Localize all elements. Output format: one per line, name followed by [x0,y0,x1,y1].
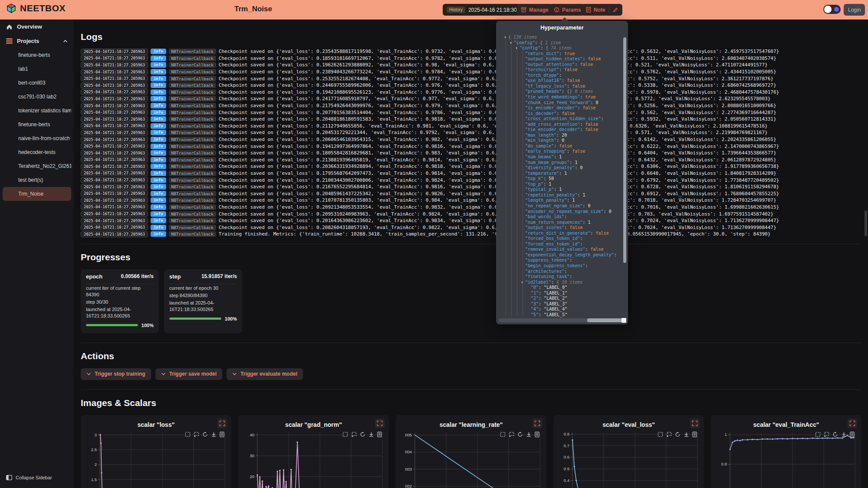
json-tree-row[interactable]: "return_dict": true [499,51,622,57]
log-row[interactable]: 2025-04-16T21:18:27.205963infoNBTrainerC… [81,109,861,116]
log-row[interactable]: 2025-04-16T21:18:27.205963infoNBTrainerC… [81,231,861,238]
lasso-select-icon[interactable] [351,432,357,437]
json-tree-row[interactable]: "forced_eos_token_id": [499,242,622,247]
sidebar-item-project[interactable]: lab1 [3,62,71,76]
json-tree-row[interactable]: "output_hidden_states": false [499,56,622,62]
chart-canvas[interactable]: 0.80.70.60.50.40.30.2 [558,432,700,488]
log-row[interactable]: 2025-04-16T21:18:27.205963infoNBTrainerC… [81,163,861,170]
caret-down-icon[interactable]: ▾ [521,280,525,285]
log-row[interactable]: 2025-04-16T21:18:27.205963infoNBTrainerC… [81,102,861,109]
trigger-action-button[interactable]: Trigger save model [155,368,222,380]
popup-vertical-scrollbar[interactable] [623,37,626,263]
chart-canvas[interactable]: 32.521.510.5 [85,432,227,488]
download-icon[interactable] [684,432,689,437]
json-tree-row[interactable]: "top_p": 1 [499,182,622,187]
json-tree-row[interactable]: "remove_invalid_values": false [499,247,622,252]
note-button-group[interactable]: Note [582,4,622,16]
log-row[interactable]: 2025-04-16T21:18:27.205963infoNBTrainerC… [81,129,861,136]
json-tree-row[interactable]: "early_stopping": false [499,149,622,154]
json-tree[interactable]: ▾{ 130 items▾"config": { 1 item▾"config"… [499,35,622,318]
log-row[interactable]: 2025-04-16T21:18:27.205963infoNBTrainerC… [81,136,861,143]
download-icon[interactable] [526,432,532,437]
sidebar-item-project[interactable]: Trm_Noise [3,187,71,201]
json-tree-row[interactable]: "length_penalty": 1 [499,198,622,203]
log-row[interactable]: 2025-04-16T21:18:27.205963infoNBTrainerC… [81,89,861,96]
log-row[interactable]: 2025-04-16T21:18:27.205963infoNBTrainerC… [81,69,861,75]
json-tree-row[interactable]: "min_length": 0 [499,138,622,144]
data-file-icon[interactable] [377,432,382,437]
pencil-icon[interactable] [613,7,618,13]
log-row[interactable]: 2025-04-16T21:18:27.205963infoNBTrainerC… [81,123,861,130]
sidebar-item-project[interactable]: naive-llm-from-scratch [3,131,71,145]
sidebar-item-project[interactable]: test bert(s) [3,173,71,187]
sidebar-item-project[interactable]: tokenizer statistics llama... [3,104,71,118]
sidebar-item-project[interactable]: finetune-berts [3,48,71,62]
sidebar-item-project[interactable]: Terahertz_No22_Gl261_gl... [3,159,71,173]
log-row[interactable]: 2025-04-16T21:18:27.205963infoNBTrainerC… [81,95,861,102]
json-tree-row[interactable]: "bad_words_ids": [499,214,622,220]
log-row[interactable]: 2025-04-16T21:18:27.205963infoNBTrainerC… [81,75,861,82]
json-tree-row[interactable]: ▾"config": { 1 item [499,40,622,46]
json-tree-row[interactable]: "torch_dtype": [499,73,622,79]
log-row[interactable]: 2025-04-16T21:18:27.205963infoNBTrainerC… [81,82,861,89]
download-icon[interactable] [368,432,374,437]
page-scrollbar[interactable] [865,210,867,236]
log-row[interactable]: 2025-04-16T21:18:27.205963infoNBTrainerC… [81,170,861,177]
log-row[interactable]: 2025-04-16T21:18:27.205963infoNBTrainerC… [81,224,861,231]
params-button[interactable]: Params [549,4,585,16]
reset-view-icon[interactable] [675,432,681,437]
sidebar-item-overview[interactable]: Overview [0,20,74,34]
sidebar-item-projects[interactable]: Projects [0,34,74,48]
log-row[interactable]: 2025-04-16T21:18:27.205963infoNBTrainerC… [81,217,861,224]
log-row[interactable]: 2025-04-16T21:18:27.205963infoNBTrainerC… [81,190,861,197]
log-row[interactable]: 2025-04-16T21:18:27.205963infoNBTrainerC… [81,143,861,150]
history-dropdown[interactable]: History 2025-04-16 21:18:30 [443,4,528,16]
log-row[interactable]: 2025-04-16T21:18:27.205963infoNBTrainerC… [81,48,861,55]
sidebar-item-project[interactable]: csc791-030 lab2 [3,90,71,104]
log-list[interactable]: 2025-04-16T21:18:27.205963infoNBTrainerC… [81,48,861,238]
json-tree-row[interactable]: "tie_encoder_decoder": false [499,127,622,133]
sidebar-item-project[interactable]: finetune-berts [3,118,71,131]
sidebar-item-project[interactable]: bert-conll03 [3,76,71,90]
json-tree-row[interactable]: "max_length": 20 [499,133,622,138]
data-file-icon[interactable] [850,432,855,437]
json-tree-row[interactable]: "chunk_size_feed_forward": 0 [499,100,622,106]
popup-horizontal-scrollbar-thumb[interactable] [587,318,622,322]
json-tree-row[interactable]: "forced_bos_token_id": [499,236,622,242]
log-row[interactable]: 2025-04-16T21:18:27.205963infoNBTrainerC… [81,157,861,164]
json-tree-row[interactable]: "return_dict_in_generate": false [499,231,622,236]
box-select-icon[interactable] [185,432,191,437]
expand-chart-button[interactable] [690,419,700,428]
reset-view-icon[interactable] [517,432,523,437]
reset-view-icon[interactable] [360,432,365,437]
trigger-action-button[interactable]: Trigger stop training [81,368,151,380]
json-tree-row[interactable]: "output_attentions": false [499,62,622,68]
json-tree-row[interactable]: ▾"id2label": { 10 items [499,280,622,285]
json-tree-row[interactable]: "architectures": [499,269,622,275]
collapse-sidebar-button[interactable]: Collapse Sidebar [0,472,74,484]
json-tree-row[interactable]: ▾{ 130 items [499,35,622,40]
json-tree-row[interactable]: "is_decoder": false [499,111,622,117]
expand-chart-button[interactable] [533,419,542,428]
lasso-select-icon[interactable] [194,432,199,437]
reset-view-icon[interactable] [832,432,838,437]
json-tree-row[interactable]: "diversity_penalty": 0 [499,165,622,171]
json-tree-row[interactable]: "tf_legacy_loss": false [499,84,622,89]
json-tree-row[interactable]: "cross_attention_hidden_size": [499,116,622,122]
lasso-select-icon[interactable] [509,432,514,437]
log-row[interactable]: 2025-04-16T21:18:27.205963infoNBTrainerC… [81,183,861,190]
json-tree-row[interactable]: "2": "LABEL_2" [499,296,622,301]
data-file-icon[interactable] [692,432,697,437]
log-row[interactable]: 2025-04-16T21:18:27.205963infoNBTrainerC… [81,197,861,204]
expand-chart-button[interactable] [217,419,227,428]
lasso-select-icon[interactable] [824,432,829,437]
box-select-icon[interactable] [658,432,663,437]
box-select-icon[interactable] [815,432,821,437]
sidebar-item-project[interactable]: hedecoder-tests [3,145,71,159]
json-tree-row[interactable]: "is_encoder_decoder": false [499,105,622,111]
log-row[interactable]: 2025-04-16T21:18:27.205963infoNBTrainerC… [81,116,861,123]
chart-canvas[interactable]: 10.80.6 [715,432,857,488]
json-tree-row[interactable]: "typical_p": 1 [499,187,622,193]
trigger-action-button[interactable]: Trigger evaluate model [227,368,303,380]
json-tree-row[interactable]: "finetuning_task": [499,274,622,280]
